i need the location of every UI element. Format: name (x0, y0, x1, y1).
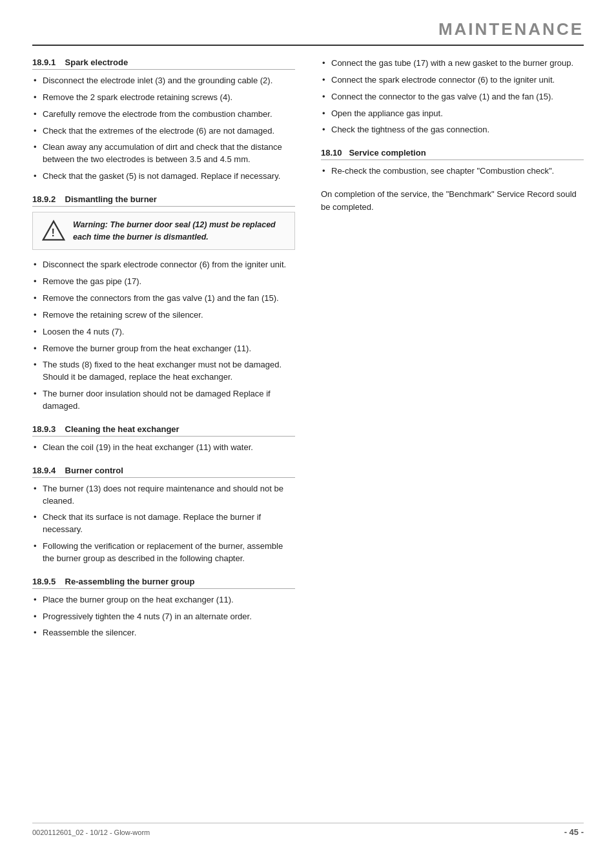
list-item: Following the verification or replacemen… (32, 541, 295, 565)
list-item: The burner door insulation should not be… (32, 388, 295, 413)
list-item: Check that the gasket (5) is not damaged… (32, 170, 295, 183)
warning-icon: ! (42, 219, 65, 242)
page-header: MAINTENANCE (32, 19, 584, 39)
list-item: Clean away any accumulation of dirt and … (32, 141, 295, 166)
list-item: Carefully remove the electrode from the … (32, 108, 295, 121)
section-reassembly-cont: Connect the gas tube (17) with a new gas… (321, 57, 584, 136)
list-item: Remove the connectors from the gas valve… (32, 293, 295, 305)
service-completion-para: On completion of the service, the "Bench… (321, 188, 584, 213)
list-item: Place the burner group on the heat excha… (32, 594, 295, 606)
list-item: Disconnect the spark electrode connector… (32, 259, 295, 271)
section-heading-18-9-4: 18.9.4 Burner control (32, 466, 295, 478)
two-col-layout: 18.9.1 Spark electrode Disconnect the el… (32, 57, 584, 651)
list-item: Connect the connector to the gas valve (… (321, 91, 584, 103)
list-18-9-2: Disconnect the spark electrode connector… (32, 259, 295, 412)
section-18-9-2: 18.9.2 Dismantling the burner ! Warning:… (32, 194, 295, 413)
list-item: Check that its surface is not damage. Re… (32, 511, 295, 536)
warning-text: Warning: The burner door seal (12) must … (73, 219, 285, 243)
section-18-9-4: 18.9.4 Burner control The burner (13) do… (32, 466, 295, 565)
list-18-9-5: Place the burner group on the heat excha… (32, 594, 295, 640)
list-18-9-3: Clean the coil (19) in the heat exchange… (32, 442, 295, 454)
section-18-9-3: 18.9.3 Cleaning the heat exchanger Clean… (32, 424, 295, 454)
list-item: Clean the coil (19) in the heat exchange… (32, 442, 295, 454)
list-item: Check that the extremes of the electrode… (32, 125, 295, 138)
page-footer: 0020112601_02 - 10/12 - Glow-worm - 45 - (32, 823, 584, 837)
list-18-10: Re-check the combustion, see chapter "Co… (321, 165, 584, 178)
list-item: Connect the gas tube (17) with a new gas… (321, 57, 584, 70)
col-left: 18.9.1 Spark electrode Disconnect the el… (32, 57, 295, 651)
list-18-9-1: Disconnect the electrode inlet (3) and t… (32, 75, 295, 183)
list-item: The studs (8) fixed to the heat exchange… (32, 359, 295, 384)
list-18-9-4: The burner (13) does not require mainten… (32, 483, 295, 565)
list-item: Remove the 2 spark electrode retaining s… (32, 92, 295, 104)
footer-page-num: - 45 - (564, 827, 584, 837)
list-reassembly-cont: Connect the gas tube (17) with a new gas… (321, 57, 584, 136)
section-18-9-5: 18.9.5 Re-assembling the burner group Pl… (32, 577, 295, 640)
section-num-18-9-4: 18.9.4 (32, 466, 56, 475)
section-title-18-9-1: Spark electrode (58, 57, 128, 67)
warning-box-18-9-2: ! Warning: The burner door seal (12) mus… (32, 212, 295, 251)
list-item: Progressively tighten the 4 nuts (7) in … (32, 611, 295, 623)
svg-text:!: ! (51, 227, 54, 238)
list-item: Open the appliance gas input. (321, 108, 584, 120)
col-right: Connect the gas tube (17) with a new gas… (321, 57, 584, 651)
list-item: Remove the burner group from the heat ex… (32, 343, 295, 355)
section-heading-18-9-1: 18.9.1 Spark electrode (32, 57, 295, 70)
section-18-10: 18.10 Service completion Re-check the co… (321, 148, 584, 213)
section-heading-18-9-5: 18.9.5 Re-assembling the burner group (32, 577, 295, 589)
section-num-18-9-1: 18.9.1 (32, 57, 56, 67)
section-title-18-9-3: Cleaning the heat exchanger (58, 424, 180, 434)
list-item: Remove the retaining screw of the silenc… (32, 309, 295, 322)
section-title-18-10: Service completion (344, 148, 426, 158)
list-item: Re-check the combustion, see chapter "Co… (321, 165, 584, 178)
list-item: The burner (13) does not require mainten… (32, 483, 295, 508)
list-item: Reassemble the silencer. (32, 627, 295, 639)
list-item: Connect the spark electrode connector (6… (321, 74, 584, 87)
section-num-18-9-2: 18.9.2 (32, 194, 56, 204)
section-heading-18-9-2: 18.9.2 Dismantling the burner (32, 194, 295, 207)
list-item: Disconnect the electrode inlet (3) and t… (32, 75, 295, 87)
page: MAINTENANCE 18.9.1 Spark electrode Disco… (0, 0, 616, 855)
footer-left: 0020112601_02 - 10/12 - Glow-worm (32, 829, 150, 836)
section-heading-18-10: 18.10 Service completion (321, 148, 584, 160)
header-line (32, 45, 584, 46)
list-item: Remove the gas pipe (17). (32, 276, 295, 288)
section-heading-18-9-3: 18.9.3 Cleaning the heat exchanger (32, 424, 295, 437)
section-title-18-9-5: Re-assembling the burner group (58, 577, 195, 586)
section-title-18-9-2: Dismantling the burner (58, 194, 157, 204)
section-num-18-10: 18.10 (321, 148, 342, 158)
section-18-9-1: 18.9.1 Spark electrode Disconnect the el… (32, 57, 295, 183)
list-item: Check the tightness of the gas connectio… (321, 124, 584, 136)
section-num-18-9-3: 18.9.3 (32, 424, 56, 434)
section-title-18-9-4: Burner control (58, 466, 123, 475)
section-num-18-9-5: 18.9.5 (32, 577, 56, 586)
list-item: Loosen the 4 nuts (7). (32, 326, 295, 338)
page-title: MAINTENANCE (438, 19, 584, 39)
